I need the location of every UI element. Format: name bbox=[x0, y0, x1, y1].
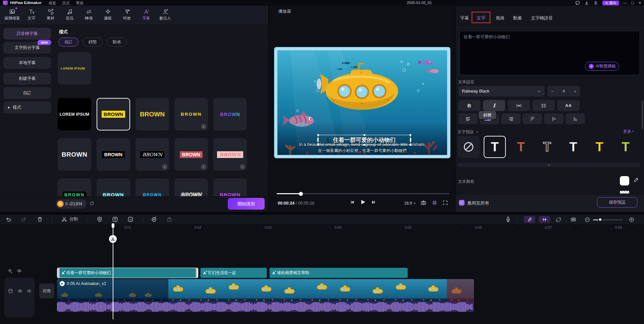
refresh-icon[interactable] bbox=[89, 201, 94, 206]
outline-color-swatch[interactable] bbox=[620, 191, 629, 194]
sidebar-item-2[interactable]: 本地字幕 bbox=[3, 57, 51, 69]
presets-expand-bar[interactable]: ▼ bbox=[458, 163, 640, 167]
apply-all-checkbox[interactable]: ✓ bbox=[459, 200, 465, 206]
next-frame-button[interactable] bbox=[371, 200, 376, 205]
plus-icon[interactable]: + bbox=[574, 89, 576, 94]
more-presets-link[interactable]: 更多› bbox=[623, 129, 634, 134]
auto-ripple-button[interactable] bbox=[539, 216, 550, 223]
account-icon[interactable] bbox=[593, 1, 598, 5]
selection-handle[interactable] bbox=[410, 138, 411, 142]
style-filter-0[interactable]: 自訂 bbox=[58, 38, 78, 47]
text-tool-icon[interactable] bbox=[112, 216, 118, 222]
style-filter-2[interactable]: 動感 bbox=[107, 38, 127, 47]
style-card-4[interactable]: BROWN↓ bbox=[174, 98, 208, 130]
align-right-button[interactable] bbox=[501, 113, 521, 124]
sidebar-item-3[interactable]: 創建字幕 bbox=[3, 73, 51, 85]
maximize-button[interactable]: ▢ bbox=[631, 0, 634, 6]
style-card-5[interactable]: BROWN bbox=[213, 98, 247, 130]
ai-draft-button[interactable]: ✦ AI智慧撰稿 bbox=[585, 62, 619, 71]
minus-icon[interactable]: − bbox=[551, 89, 554, 94]
start-recognition-button[interactable]: 開始識別 bbox=[228, 198, 265, 210]
download-icon[interactable] bbox=[584, 1, 589, 5]
playhead-handle[interactable] bbox=[112, 223, 114, 228]
style-card-9[interactable]: BROWN↓ bbox=[174, 138, 208, 171]
toolbar-item-filter[interactable]: 濾鏡 bbox=[98, 6, 117, 24]
ai-match-icon[interactable] bbox=[7, 268, 12, 273]
minimize-button[interactable]: — bbox=[623, 0, 627, 6]
style-card-10[interactable]: BROWN↓ bbox=[213, 138, 247, 171]
playhead-scissors-icon[interactable] bbox=[109, 235, 117, 243]
subtitle-badge-icon[interactable] bbox=[97, 216, 103, 222]
text-preset-4[interactable]: T bbox=[562, 136, 584, 158]
zoom-in-icon[interactable] bbox=[627, 216, 637, 223]
text-preset-3[interactable]: T bbox=[536, 136, 558, 158]
zoom-out-icon[interactable] bbox=[582, 216, 592, 223]
fit-timeline-icon[interactable] bbox=[568, 216, 578, 223]
feedback-icon[interactable] bbox=[575, 1, 580, 5]
vertical-align-middle-button[interactable] bbox=[544, 113, 564, 124]
selection-handle[interactable] bbox=[364, 144, 365, 146]
sidebar-item-4[interactable]: 自訂 bbox=[3, 87, 51, 99]
vertical-align-top-button[interactable] bbox=[523, 113, 542, 124]
toolbar-item-avatar[interactable]: 數位人 bbox=[156, 6, 175, 24]
text-preset-5[interactable]: T bbox=[588, 136, 610, 158]
selection-handle[interactable] bbox=[317, 144, 319, 146]
selection-handle[interactable] bbox=[317, 138, 319, 142]
close-button[interactable]: ✕ bbox=[639, 0, 641, 6]
style-card-2[interactable]: BROWN bbox=[97, 98, 130, 130]
subtitle-track-visibility-icon[interactable] bbox=[17, 268, 22, 273]
text-preset-0[interactable] bbox=[458, 136, 480, 158]
grid-icon[interactable] bbox=[432, 200, 437, 206]
selection-handle[interactable] bbox=[364, 134, 365, 136]
toolbar-item-transition[interactable]: 轉場 bbox=[79, 6, 98, 24]
aspect-ratio-select[interactable]: 16:9▼ bbox=[404, 201, 416, 206]
style-filter-1[interactable]: 靜態 bbox=[83, 38, 103, 47]
tab-文字轉語音[interactable]: 文字轉語音 bbox=[531, 15, 553, 21]
menu-item-0[interactable]: 檔案 bbox=[49, 1, 56, 6]
tab-字幕[interactable]: 字幕 bbox=[460, 15, 469, 21]
toolbar-item-effects[interactable]: 特效 bbox=[117, 6, 137, 24]
play-button[interactable] bbox=[360, 199, 366, 205]
text-preset-2[interactable]: T bbox=[510, 136, 532, 158]
text-color-swatch[interactable] bbox=[620, 176, 629, 185]
style-card-3[interactable]: BROWN bbox=[136, 98, 169, 130]
selection-handle[interactable] bbox=[317, 134, 319, 136]
split-button[interactable]: 分割 bbox=[61, 216, 78, 222]
subtitle-clip-2[interactable]: A彼此相爱相互帮助 bbox=[269, 268, 408, 278]
cover-button[interactable]: 封面 bbox=[39, 283, 54, 299]
record-voiceover-icon[interactable] bbox=[505, 216, 511, 222]
bold-button[interactable]: B bbox=[458, 100, 480, 111]
video-track-mute-icon[interactable] bbox=[27, 288, 32, 293]
text-case-button[interactable]: AA bbox=[557, 100, 580, 111]
sidebar-item-0[interactable]: 語音轉字幕 bbox=[3, 28, 51, 40]
video-clip[interactable] bbox=[57, 279, 474, 312]
link-clips-button[interactable] bbox=[524, 216, 535, 223]
style-card-1[interactable]: LOREM IPSUM bbox=[58, 98, 91, 130]
previous-frame-button[interactable] bbox=[350, 200, 355, 205]
unlink-clips-icon[interactable] bbox=[553, 216, 564, 223]
subtitle-clip-1[interactable]: A它们生活在一起 bbox=[200, 268, 267, 278]
player-progress-handle[interactable] bbox=[299, 192, 303, 196]
font-size-stepper[interactable]: − 4 + bbox=[547, 86, 580, 97]
toolbar-item-audio[interactable]: 音訊 bbox=[60, 6, 79, 24]
sidebar-item-5[interactable]: ▶樣式 bbox=[3, 102, 51, 113]
style-card-8[interactable]: BROWN↓ bbox=[136, 138, 169, 171]
eyedropper-icon[interactable] bbox=[633, 177, 639, 183]
toolbar-item-text[interactable]: 文字 bbox=[22, 6, 41, 24]
fullscreen-icon[interactable] bbox=[442, 200, 448, 206]
tab-動畫[interactable]: 動畫 bbox=[513, 15, 522, 21]
delete-icon[interactable] bbox=[37, 216, 43, 222]
export-clip-icon[interactable] bbox=[166, 216, 172, 222]
toolbar-item-subtitle[interactable]: 字幕 bbox=[137, 6, 156, 24]
vertical-align-bottom-button[interactable] bbox=[566, 113, 585, 124]
subtitle-selection-box[interactable]: 住着一群可爱的小动物们 bbox=[318, 135, 411, 145]
style-card-6[interactable]: BROWN bbox=[58, 138, 91, 171]
save-preset-button[interactable]: 儲存預設 bbox=[597, 197, 637, 208]
italic-button[interactable]: I bbox=[483, 100, 505, 111]
style-card-0[interactable]: LOREM IPSUM bbox=[58, 52, 91, 85]
speed-icon[interactable] bbox=[151, 216, 157, 222]
scrollbar[interactable] bbox=[642, 101, 643, 129]
timeline-zoom-handle[interactable] bbox=[598, 218, 602, 221]
style-card-7[interactable]: BROWN bbox=[97, 138, 130, 171]
video-track-visibility-icon[interactable] bbox=[17, 288, 22, 293]
